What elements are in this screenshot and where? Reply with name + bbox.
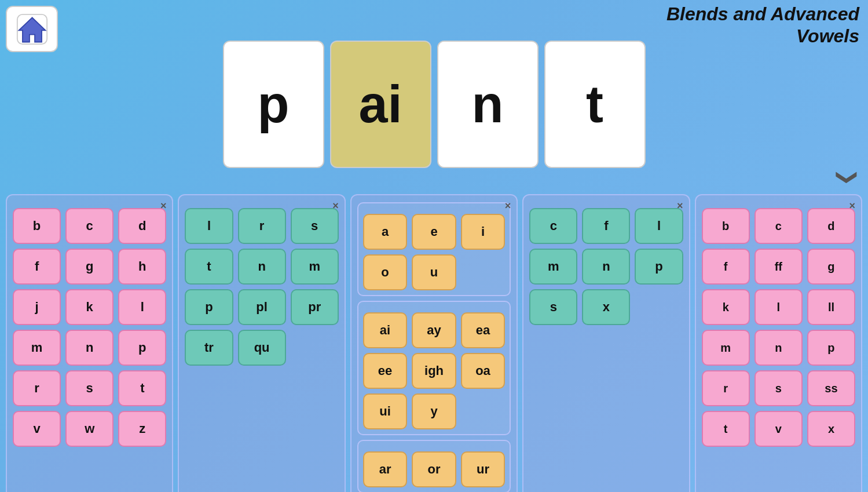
key-t-panel5[interactable]: t [702, 411, 750, 447]
key-ea[interactable]: ea [461, 312, 505, 348]
key-y[interactable]: y [412, 393, 456, 429]
key-a[interactable]: a [363, 214, 407, 250]
key-tr-panel2[interactable]: tr [185, 330, 233, 366]
key-d-panel5[interactable]: d [807, 208, 855, 244]
key-v-panel5[interactable]: v [755, 411, 803, 447]
keyboard-panel-3: ×aeiouaiayeaeeighoauiyarorur [350, 194, 518, 492]
key-k-panel5[interactable]: k [702, 289, 750, 325]
key-ss-panel5[interactable]: ss [807, 370, 855, 406]
key-c-panel5[interactable]: c [755, 208, 803, 244]
key-s-panel5[interactable]: s [755, 370, 803, 406]
key-s-panel2[interactable]: s [291, 208, 339, 244]
key-r-panel1[interactable]: r [13, 370, 61, 406]
key-ar[interactable]: ar [363, 451, 407, 487]
key-g-panel5[interactable]: g [807, 249, 855, 285]
key-i[interactable]: i [461, 214, 505, 250]
key-p-panel2[interactable]: p [185, 289, 233, 325]
panel-close-1[interactable]: × [160, 200, 167, 212]
key-ui[interactable]: ui [363, 393, 407, 429]
key-e[interactable]: e [412, 214, 456, 250]
key-s-panel1[interactable]: s [65, 370, 113, 406]
panel-close-3[interactable]: × [505, 200, 511, 212]
keyboard-panel-5: ×bcdfffgklllmnprssstvx [695, 194, 862, 492]
panels-container: ×bcdfghjklmnprstvwz×lrstnmpplprtrqu×aeio… [0, 194, 868, 492]
word-tile-0[interactable]: p [223, 41, 324, 168]
key-t-panel2[interactable]: t [185, 249, 233, 285]
vowel-subpanel-1: aiayeaeeighoauiy [357, 301, 511, 435]
key-oa[interactable]: oa [461, 353, 505, 389]
key-b-panel1[interactable]: b [13, 208, 61, 244]
key-t-panel1[interactable]: t [118, 370, 166, 406]
key-o[interactable]: o [363, 254, 407, 290]
keyboard-panel-2: ×lrstnmpplprtrqu [178, 194, 345, 492]
key-l-panel5[interactable]: l [755, 289, 803, 325]
key-k-panel1[interactable]: k [65, 289, 113, 325]
key-n-panel2[interactable]: n [238, 249, 286, 285]
key-l-panel1[interactable]: l [118, 289, 166, 325]
word-tile-1[interactable]: ai [330, 41, 431, 168]
key-u[interactable]: u [412, 254, 456, 290]
key-ur[interactable]: ur [461, 451, 505, 487]
key-ai[interactable]: ai [363, 312, 407, 348]
home-button[interactable] [6, 6, 58, 52]
key-b-panel5[interactable]: b [702, 208, 750, 244]
key-l-panel2[interactable]: l [185, 208, 233, 244]
key-f-panel1[interactable]: f [13, 249, 61, 285]
key-n-panel1[interactable]: n [65, 330, 113, 366]
word-tile-2[interactable]: n [437, 41, 539, 168]
key-c-panel1[interactable]: c [65, 208, 113, 244]
key-r-panel2[interactable]: r [238, 208, 286, 244]
vowel-subpanel-2: arorur [357, 440, 511, 492]
key-p-panel1[interactable]: p [118, 330, 166, 366]
key-p-panel5[interactable]: p [807, 330, 855, 366]
panel-close-4[interactable]: × [677, 200, 683, 212]
key-l-panel4[interactable]: l [635, 208, 683, 244]
key-r-panel5[interactable]: r [702, 370, 750, 406]
app-title: Blends and Advanced Vowels [666, 3, 859, 48]
key-n-panel5[interactable]: n [755, 330, 803, 366]
key-or[interactable]: or [412, 451, 456, 487]
key-pr-panel2[interactable]: pr [291, 289, 339, 325]
key-ff-panel5[interactable]: ff [755, 249, 803, 285]
key-m-panel2[interactable]: m [291, 249, 339, 285]
key-ay[interactable]: ay [412, 312, 456, 348]
key-c-panel4[interactable]: c [529, 208, 577, 244]
key-ll-panel5[interactable]: ll [807, 289, 855, 325]
keyboard-panel-4: ×cflmnpsx [522, 194, 690, 492]
key-f-panel4[interactable]: f [582, 208, 630, 244]
panel-close-2[interactable]: × [332, 200, 339, 212]
key-igh[interactable]: igh [412, 353, 456, 389]
key-m-panel4[interactable]: m [529, 249, 577, 285]
key-j-panel1[interactable]: j [13, 289, 61, 325]
keyboard-panel-1: ×bcdfghjklmnprstvwz [6, 194, 173, 492]
word-tile-3[interactable]: t [544, 41, 646, 168]
chevron-down-icon[interactable]: ❯ [836, 169, 860, 186]
word-display: paint [223, 41, 646, 168]
panel-close-5[interactable]: × [849, 200, 856, 212]
key-m-panel5[interactable]: m [702, 330, 750, 366]
key-d-panel1[interactable]: d [118, 208, 166, 244]
key-g-panel1[interactable]: g [65, 249, 113, 285]
key-n-panel4[interactable]: n [582, 249, 630, 285]
key-ee[interactable]: ee [363, 353, 407, 389]
key-pl-panel2[interactable]: pl [238, 289, 286, 325]
key-v-panel1[interactable]: v [13, 411, 61, 447]
key-s-panel4[interactable]: s [529, 289, 577, 325]
key-p-panel4[interactable]: p [635, 249, 683, 285]
key-h-panel1[interactable]: h [118, 249, 166, 285]
key-m-panel1[interactable]: m [13, 330, 61, 366]
key-qu-panel2[interactable]: qu [238, 330, 286, 366]
key-z-panel1[interactable]: z [118, 411, 166, 447]
key-w-panel1[interactable]: w [65, 411, 113, 447]
key-f-panel5[interactable]: f [702, 249, 750, 285]
vowel-subpanel-0: aeiou [357, 202, 511, 296]
key-x-panel4[interactable]: x [582, 289, 630, 325]
key-x-panel5[interactable]: x [807, 411, 855, 447]
